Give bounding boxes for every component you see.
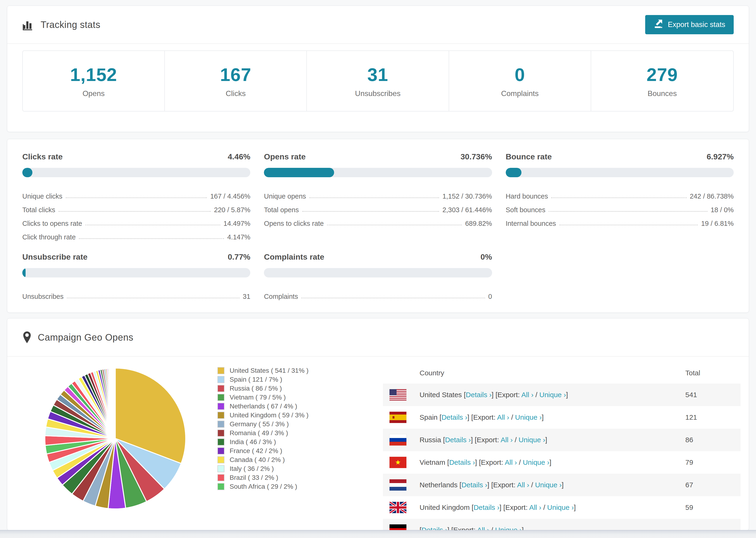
table-row: Russia [Details ›] [Export: All › / Uniq…	[383, 429, 740, 451]
legend-swatch	[217, 376, 225, 383]
legend-item[interactable]: United States ( 541 / 31% )	[217, 366, 308, 375]
leader-dots	[301, 297, 485, 298]
legend-item[interactable]: Romania ( 49 / 3% )	[217, 429, 308, 438]
link-separator: ]	[574, 504, 576, 511]
detail-value: 220 / 5.87%	[214, 206, 250, 214]
leader-dots	[79, 238, 224, 239]
legend-item[interactable]: South Africa ( 29 / 2% )	[217, 482, 308, 491]
stat-value: 1,152	[70, 64, 117, 85]
country-cell: Spain [Details ›] [Export: All › / Uniqu…	[419, 413, 685, 421]
export-unique-link[interactable]: Unique ›	[515, 413, 542, 421]
progress-track	[22, 168, 250, 177]
detail-label: Total clicks	[22, 206, 55, 214]
details-link[interactable]: Details ›	[473, 504, 499, 511]
geo-table-body: United States [Details ›] [Export: All ›…	[383, 384, 740, 530]
details-link[interactable]: Details ›	[449, 458, 475, 466]
export-unique-link[interactable]: Unique ›	[523, 458, 549, 466]
rate-title: Bounce rate	[506, 152, 552, 161]
detail-value: 689.82%	[465, 220, 492, 228]
details-link[interactable]: Details ›	[461, 481, 487, 489]
country-cell: Russia [Details ›] [Export: All › / Uniq…	[419, 436, 685, 444]
export-unique-link[interactable]: Unique ›	[547, 504, 574, 511]
legend-item[interactable]: Russia ( 86 / 5% )	[217, 384, 308, 393]
legend-item[interactable]: Spain ( 121 / 7% )	[217, 375, 308, 384]
detail-row: Unique clicks167 / 4.456%	[22, 187, 250, 200]
progress-fill	[506, 168, 521, 177]
flag-icon-vn	[390, 457, 406, 468]
detail-row: Complaints0	[264, 287, 492, 300]
details-link[interactable]: Details ›	[445, 436, 471, 444]
detail-row: Unsubscribes31	[22, 287, 250, 300]
details-link[interactable]: Details ›	[466, 391, 492, 399]
geo-opens-card: Campaign Geo Opens United States ( 541 /…	[7, 318, 749, 530]
link-separator: Export:	[493, 481, 517, 489]
export-all-link[interactable]: All ›	[529, 504, 541, 511]
legend-swatch	[217, 483, 225, 490]
rate-header: Clicks rate4.46%	[22, 152, 250, 161]
legend-swatch	[217, 447, 225, 455]
rate-header: Bounce rate6.927%	[506, 152, 734, 161]
export-unique-link[interactable]: Unique ›	[519, 436, 545, 444]
legend-label: Spain ( 121 / 7% )	[230, 376, 282, 383]
leader-dots	[309, 197, 439, 198]
country-cell: Netherlands [Details ›] [Export: All › /…	[419, 481, 685, 489]
rate-title: Complaints rate	[264, 252, 324, 261]
legend-item[interactable]: Netherlands ( 67 / 4% )	[217, 402, 308, 411]
legend-item[interactable]: Canada ( 40 / 2% )	[217, 456, 308, 464]
legend-item[interactable]: Vietnam ( 79 / 5% )	[217, 393, 308, 402]
legend-item[interactable]: United Kingdom ( 59 / 3% )	[217, 411, 308, 420]
legend-item[interactable]: Italy ( 36 / 2% )	[217, 464, 308, 473]
stats-strip: 1,152Opens167Clicks31Unsubscribes0Compla…	[22, 50, 734, 112]
geo-table: Country Total United States [Details ›] …	[383, 362, 740, 530]
detail-label: Click through rate	[22, 234, 76, 241]
rate-title: Opens rate	[264, 152, 306, 161]
stat-value: 167	[220, 64, 251, 85]
export-basic-stats-button[interactable]: Export basic stats	[645, 15, 734, 34]
legend-label: Vietnam ( 79 / 5% )	[230, 394, 286, 401]
legend-item[interactable]: France ( 42 / 2% )	[217, 447, 308, 456]
legend-item[interactable]: Germany ( 55 / 3% )	[217, 420, 308, 429]
country-name: Netherlands	[419, 481, 458, 489]
progress-fill	[264, 168, 334, 177]
flag-icon-ru	[390, 434, 406, 446]
tracking-stats-title: Tracking stats	[41, 20, 100, 30]
table-row: United Kingdom [Details ›] [Export: All …	[383, 496, 740, 519]
table-row: Netherlands [Details ›] [Export: All › /…	[383, 474, 740, 496]
legend-item[interactable]: India ( 46 / 3% )	[217, 438, 308, 447]
export-all-link[interactable]: All ›	[497, 413, 509, 421]
export-all-link[interactable]: All ›	[505, 458, 517, 466]
export-unique-link[interactable]: Unique ›	[535, 481, 562, 489]
tracking-stats-header: Tracking stats Export basic stats	[7, 6, 749, 44]
country-cell: United Kingdom [Details ›] [Export: All …	[419, 504, 685, 511]
pie-slice-other-40[interactable]	[115, 368, 115, 439]
total-cell: 59	[685, 504, 733, 511]
rate-section: Unsubscribe rate0.77%Unsubscribes31	[22, 252, 250, 300]
legend-swatch	[217, 367, 225, 374]
detail-row: Opens to clicks rate689.82%	[264, 214, 492, 228]
details-link[interactable]: Details ›	[441, 413, 467, 421]
detail-label: Complaints	[264, 293, 298, 300]
export-all-link[interactable]: All ›	[517, 481, 529, 489]
legend-item[interactable]: Brazil ( 33 / 2% )	[217, 473, 308, 482]
export-all-link[interactable]: All ›	[521, 391, 534, 399]
country-name: United Kingdom	[419, 504, 469, 511]
detail-label: Soft bounces	[506, 206, 545, 214]
total-cell: 79	[685, 458, 733, 466]
link-separator: Export:	[498, 391, 521, 399]
total-cell: 86	[685, 436, 733, 444]
export-all-link[interactable]: All ›	[501, 436, 513, 444]
detail-value: 0	[488, 293, 492, 300]
stat-label: Unsubscribes	[355, 89, 401, 98]
country-name: Spain	[419, 413, 438, 421]
legend-label: Canada ( 40 / 2% )	[230, 456, 285, 463]
link-separator: ]	[566, 391, 568, 399]
leader-dots	[551, 197, 686, 198]
detail-row: Total opens2,303 / 61.446%	[264, 200, 492, 214]
detail-label: Clicks to opens rate	[22, 220, 82, 228]
detail-value: 242 / 86.738%	[690, 193, 734, 200]
export-unique-link[interactable]: Unique ›	[539, 391, 566, 399]
flag-icon-de	[390, 524, 406, 530]
detail-label: Opens to clicks rate	[264, 220, 324, 228]
link-separator: /	[517, 458, 523, 466]
detail-label: Unique opens	[264, 193, 306, 200]
